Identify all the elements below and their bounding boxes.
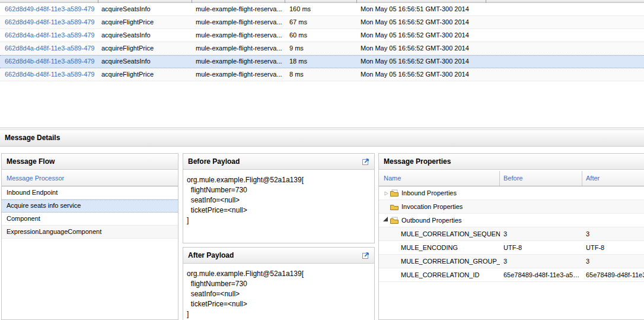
table-row[interactable]: 662d8d49-d48f-11e3-a589-479 acquireSeats…	[0, 3, 644, 16]
message-processor-item[interactable]: Inbound Endpoint	[2, 186, 178, 199]
table-row[interactable]: 662d8d4b-d48f-11e3-a589-479 acquireFligh…	[0, 68, 644, 81]
event-processor: acquireSeatsInfo	[98, 29, 192, 42]
column-header-before[interactable]: Before	[500, 171, 582, 186]
message-processor-item-selected[interactable]: Acquire seats info service	[2, 199, 178, 213]
after-payload-content: org.mule.example.Flight@52a1a139[ flight…	[183, 264, 374, 319]
message-properties-panel-header: Message Properties	[379, 154, 644, 170]
message-properties-column-headers: Name Before After	[379, 171, 644, 186]
property-group-row[interactable]: Invocation Properties	[379, 200, 644, 214]
event-timestamp: Mon May 05 16:56:52 GMT-300 2014	[357, 29, 644, 42]
event-duration: 60 ms	[285, 29, 357, 42]
folder-icon	[390, 189, 400, 197]
event-timestamp: Mon May 05 16:56:52 GMT-300 2014	[357, 68, 644, 81]
property-before-value: 65e78489-d48f-11e3-a5…	[500, 268, 582, 282]
message-processor-item[interactable]: Component	[2, 213, 178, 226]
table-row[interactable]: 662d8d4a-d48f-11e3-a589-479 acquireFligh…	[0, 42, 644, 55]
event-duration: 9 ms	[285, 42, 357, 55]
property-before-value: 3	[500, 255, 582, 268]
message-properties-panel: Message Properties Name Before After ▷ I…	[378, 153, 644, 320]
column-divider[interactable]	[356, 0, 357, 3]
events-table-header	[0, 0, 644, 3]
folder-icon	[390, 203, 400, 211]
after-payload-title: After Payload	[188, 251, 234, 259]
property-row[interactable]: MULE_ENCODING UTF-8 UTF-8	[379, 241, 644, 255]
property-row[interactable]: MULE_CORRELATION_GROUP_SIZE 3 3	[379, 255, 644, 268]
message-flow-panel-header: Message Flow	[2, 154, 178, 170]
events-table: 662d8d49-d48f-11e3-a589-479 acquireSeats…	[0, 0, 644, 81]
column-divider[interactable]	[486, 0, 486, 3]
property-row[interactable]: MULE_CORRELATION_ID 65e78489-d48f-11e3-a…	[379, 268, 644, 282]
event-duration: 160 ms	[285, 3, 357, 15]
message-flow-title: Message Flow	[7, 157, 55, 166]
column-header-name[interactable]: Name	[379, 171, 500, 186]
event-app: mule-example-flight-reserva...	[192, 68, 285, 81]
property-before-value: UTF-8	[500, 241, 582, 255]
before-payload-title: Before Payload	[188, 157, 240, 166]
property-before-value: 3	[500, 227, 582, 241]
property-group-label: Outbound Properties	[400, 217, 462, 224]
column-divider[interactable]	[192, 0, 192, 3]
event-id-link[interactable]: 662d8d4b-d48f-11e3-a589-479	[0, 68, 98, 81]
event-id-link[interactable]: 662d8d49-d48f-11e3-a589-479	[0, 3, 98, 15]
event-app: mule-example-flight-reserva...	[192, 3, 285, 15]
event-processor: acquireFlightPrice	[98, 16, 192, 28]
property-group-label: Invocation Properties	[400, 203, 463, 210]
column-divider[interactable]	[98, 0, 98, 3]
property-after-value: 3	[582, 255, 644, 268]
property-group-row[interactable]: Outbound Properties	[379, 214, 644, 227]
after-payload-panel: After Payload org.mule.example.Flight@52…	[183, 247, 375, 320]
message-properties-title: Message Properties	[384, 157, 451, 166]
horizontal-splitter[interactable]	[0, 128, 644, 128]
column-header-after[interactable]: After	[582, 171, 644, 186]
property-after-value: 3	[582, 227, 644, 241]
popout-icon[interactable]	[362, 251, 370, 259]
column-divider[interactable]	[285, 0, 285, 3]
event-app: mule-example-flight-reserva...	[192, 29, 285, 42]
event-timestamp: Mon May 05 16:56:52 GMT-300 2014	[357, 42, 644, 55]
event-processor: acquireSeatsInfo	[98, 56, 192, 68]
message-details-header: Message Details	[0, 129, 644, 147]
event-timestamp: Mon May 05 16:56:51 GMT-300 2014	[357, 3, 644, 15]
before-payload-panel: Before Payload org.mule.example.Flight@5…	[183, 153, 375, 243]
event-id-link[interactable]: 662d8d49-d48f-11e3-a589-479	[0, 16, 98, 28]
message-flow-panel: Message Flow Message Processor Inbound E…	[1, 153, 178, 320]
event-duration: 18 ms	[285, 56, 357, 68]
table-row[interactable]: 662d8d49-d48f-11e3-a589-479 acquireFligh…	[0, 16, 644, 29]
event-duration: 8 ms	[285, 68, 357, 81]
event-duration: 67 ms	[285, 16, 357, 28]
message-processor-item[interactable]: ExpressionLanguageComponent	[2, 226, 178, 239]
property-row[interactable]: MULE_CORRELATION_SEQUENCE 3 3	[379, 227, 644, 241]
event-processor: acquireFlightPrice	[98, 68, 192, 81]
message-details-title: Message Details	[5, 134, 60, 142]
property-name: MULE_CORRELATION_GROUP_SIZE	[379, 255, 500, 268]
property-group-label: Inbound Properties	[400, 189, 457, 197]
property-group-row[interactable]: ▷ Inbound Properties	[379, 186, 644, 200]
event-processor: acquireFlightPrice	[98, 42, 192, 55]
event-timestamp: Mon May 05 16:56:52 GMT-300 2014	[357, 56, 644, 68]
property-name: MULE_ENCODING	[379, 241, 500, 255]
event-processor: acquireSeatsInfo	[98, 3, 192, 15]
popout-icon[interactable]	[362, 157, 370, 166]
message-processor-column-header[interactable]: Message Processor	[2, 171, 178, 186]
event-app: mule-example-flight-reserva...	[192, 42, 285, 55]
before-payload-panel-header: Before Payload	[183, 154, 374, 170]
event-id-link[interactable]: 662d8d4b-d48f-11e3-a589-479	[0, 56, 98, 68]
table-row-selected[interactable]: 662d8d4b-d48f-11e3-a589-479 acquireSeats…	[0, 55, 644, 68]
event-app: mule-example-flight-reserva...	[192, 16, 285, 28]
event-app: mule-example-flight-reserva...	[192, 56, 285, 68]
property-after-value: UTF-8	[582, 241, 644, 255]
event-timestamp: Mon May 05 16:56:52 GMT-300 2014	[357, 16, 644, 28]
property-name: MULE_CORRELATION_ID	[379, 268, 500, 282]
property-name: MULE_CORRELATION_SEQUENCE	[379, 227, 500, 241]
after-payload-panel-header: After Payload	[183, 248, 374, 264]
collapse-expanded-icon[interactable]	[383, 217, 390, 224]
event-id-link[interactable]: 662d8d4a-d48f-11e3-a589-479	[0, 29, 98, 42]
event-id-link[interactable]: 662d8d4a-d48f-11e3-a589-479	[0, 42, 98, 55]
expand-collapsed-icon[interactable]: ▷	[383, 191, 390, 196]
table-row[interactable]: 662d8d4a-d48f-11e3-a589-479 acquireSeats…	[0, 29, 644, 42]
folder-icon	[390, 217, 400, 224]
before-payload-content: org.mule.example.Flight@52a1a139[ flight…	[183, 170, 374, 226]
property-after-value: 65e78489-d48f-11e3-a5…	[582, 268, 644, 282]
